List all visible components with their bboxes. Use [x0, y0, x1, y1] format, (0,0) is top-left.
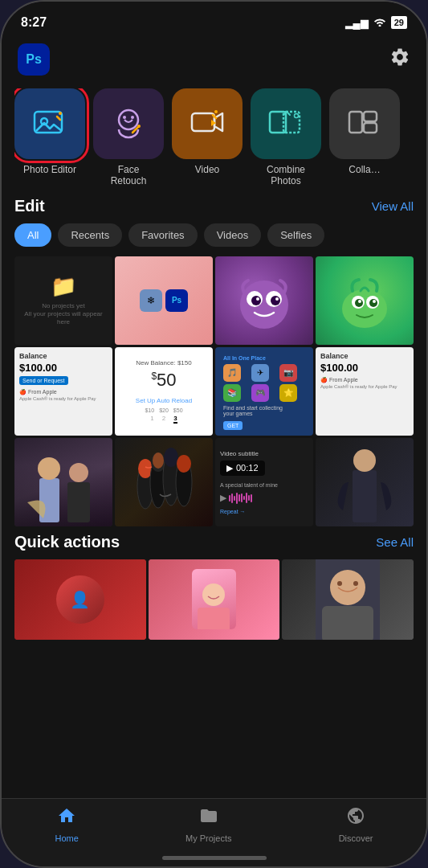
svg-rect-42: [353, 470, 377, 522]
photo-cell-apple-pay-2[interactable]: Balance $100.00 🍎 From Apple Apple Cash®…: [316, 347, 414, 436]
svg-point-41: [177, 455, 191, 473]
photo-cell-got[interactable]: [14, 438, 112, 526]
tool-video-icon-wrap: [172, 88, 243, 159]
repeat-link[interactable]: Repeat →: [220, 509, 308, 514]
svg-rect-48: [322, 606, 373, 640]
filter-tab-all[interactable]: All: [14, 223, 51, 247]
photo-cell-dark-figure[interactable]: [316, 438, 414, 526]
nav-discover[interactable]: Discover: [339, 806, 373, 843]
purple-monster-img: [215, 256, 313, 345]
balance-label-2: Balance: [320, 352, 409, 360]
aio-get-btn[interactable]: GET: [223, 421, 243, 430]
discover-icon: [346, 806, 365, 830]
discover-label: Discover: [339, 833, 373, 843]
send-request-btn[interactable]: Send or Request: [19, 376, 68, 385]
app-icon-ps: Ps: [165, 289, 188, 312]
quick-cell-pink[interactable]: [149, 559, 280, 640]
photo-cell-purple-monster[interactable]: [215, 256, 313, 345]
svg-point-28: [373, 300, 376, 303]
svg-point-8: [214, 110, 218, 113]
aio-icon-2: ✈: [251, 364, 269, 382]
svg-rect-45: [198, 608, 230, 629]
timer-text: 00:12: [236, 463, 259, 473]
battery-icon: 29: [391, 16, 407, 29]
app-icons-overlay: ❄ Ps: [115, 256, 213, 345]
apple-cash-desc-2: Apple Cash® is ready for Apple Pay: [320, 384, 409, 389]
waveform: [229, 493, 252, 504]
status-icons: ▂▄▆ 29: [345, 16, 407, 29]
filter-tab-selfies[interactable]: Selfies: [267, 223, 324, 247]
svg-point-27: [358, 300, 361, 303]
photo-cell-video[interactable]: Video subtitle ▶ 00:12 A special talent …: [215, 438, 313, 526]
aio-icon-5: 🎮: [251, 384, 269, 402]
quick-actions-grid: 👤: [14, 559, 414, 640]
quick-portrait-img: [282, 559, 414, 640]
filter-tabs: All Recents Favorites Videos Selfies: [14, 223, 414, 247]
svg-rect-7: [192, 113, 214, 131]
photo-grid-row2: Balance $100.00 Send or Request 🍎 From A…: [14, 347, 414, 436]
nav-my-projects[interactable]: My Projects: [185, 806, 231, 843]
quick-cell-portrait[interactable]: [282, 559, 414, 640]
settings-button[interactable]: [389, 47, 410, 72]
see-all-button[interactable]: See All: [376, 535, 414, 549]
svg-point-11: [295, 114, 299, 118]
top-bar: Ps: [2, 37, 426, 82]
quick-pink-img: [149, 559, 280, 640]
all-in-one-content: All In One Place 🎵 ✈ 📷 📚 🎮 ⭐ Find and st…: [218, 350, 310, 436]
quick-red-img: 👤: [14, 559, 146, 640]
video-desc: A special talent of mine: [220, 482, 308, 488]
svg-point-37: [153, 452, 164, 469]
step-numbers: 1 2 3: [150, 415, 177, 424]
filter-tab-favorites[interactable]: Favorites: [128, 223, 197, 247]
tool-video[interactable]: Video: [172, 88, 243, 187]
nav-home[interactable]: Home: [55, 806, 79, 843]
svg-point-39: [164, 448, 178, 467]
tool-photo-editor-label: Photo Editor: [23, 164, 76, 175]
tools-section: Photo Editor: [2, 82, 426, 197]
filter-tab-recents[interactable]: Recents: [58, 223, 122, 247]
svg-point-49: [337, 581, 342, 586]
tool-face-retouch[interactable]: FaceRetouch: [93, 88, 164, 187]
photo-cell-pink-app[interactable]: ❄ Ps: [115, 256, 213, 345]
quick-actions-header: Quick actions See All: [14, 533, 414, 551]
edit-section-header: Edit View All: [14, 197, 414, 215]
waveform-wrap: ▶: [220, 493, 308, 504]
aio-title: All In One Place: [223, 355, 305, 361]
svg-point-2: [59, 112, 62, 115]
photo-cell-cash-reload[interactable]: New Balance: $150 $50 Set Up Auto Reload…: [115, 347, 213, 436]
photo-cell-apple-pay[interactable]: Balance $100.00 Send or Request 🍎 From A…: [14, 347, 112, 436]
green-monster-img: [316, 256, 414, 345]
photo-cell-empty[interactable]: 📁 No projects yetAll your projects will …: [14, 256, 112, 345]
svg-point-22: [342, 289, 387, 328]
filter-tab-videos[interactable]: Videos: [204, 223, 262, 247]
got-figures: [14, 438, 112, 526]
tool-face-retouch-label: FaceRetouch: [111, 164, 147, 187]
tool-collage[interactable]: Colla…: [329, 88, 400, 187]
tool-video-label: Video: [195, 164, 219, 175]
phone-frame: 8:27 ▂▄▆ 29 Ps: [0, 0, 428, 868]
apple-cash-desc: Apple Cash® is ready for Apple Pay: [19, 396, 108, 401]
view-all-button[interactable]: View All: [372, 199, 414, 213]
tool-photo-editor[interactable]: Photo Editor: [14, 88, 85, 187]
home-icon: [57, 806, 76, 830]
aio-icon-6: ⭐: [279, 384, 297, 402]
video-content: Video subtitle ▶ 00:12 A special talent …: [215, 445, 313, 519]
edit-section: Edit View All All Recents Favorites Vide…: [2, 197, 426, 526]
home-bar: [162, 856, 267, 860]
balance-amount: $100.00: [19, 362, 108, 374]
my-projects-label: My Projects: [185, 833, 231, 843]
content-area[interactable]: Photo Editor: [2, 82, 426, 866]
photo-cell-nail-art[interactable]: [115, 438, 213, 526]
tool-face-retouch-icon-wrap: [93, 88, 164, 159]
setup-reload-link[interactable]: Set Up Auto Reload: [136, 397, 192, 404]
photo-cell-all-in-one[interactable]: All In One Place 🎵 ✈ 📷 📚 🎮 ⭐ Find and st…: [215, 347, 313, 436]
photo-cell-green-monster[interactable]: [316, 256, 414, 345]
quick-cell-red[interactable]: 👤: [14, 559, 146, 640]
photo-grid-row1: 📁 No projects yetAll your projects will …: [14, 256, 414, 345]
svg-point-4: [123, 116, 126, 119]
svg-point-44: [202, 583, 225, 606]
tool-combine-photos[interactable]: CombinePhotos: [251, 88, 321, 187]
tool-collage-icon-wrap: [329, 88, 400, 159]
reload-amount: $50: [151, 370, 176, 391]
ps-logo: Ps: [18, 43, 50, 76]
